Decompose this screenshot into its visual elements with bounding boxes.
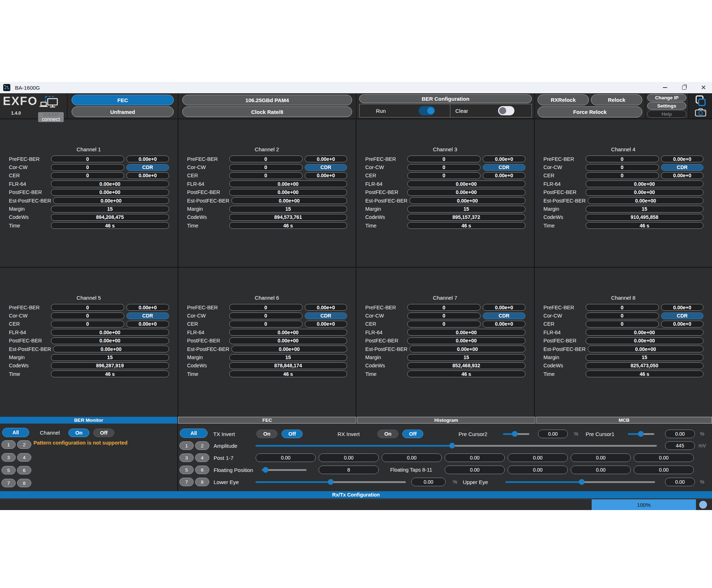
slider-knob[interactable] <box>449 443 455 448</box>
post-tap-1-field[interactable]: 0.00 <box>256 453 316 462</box>
cdr-button[interactable]: CDR <box>126 313 169 319</box>
amplitude-field[interactable]: 445 <box>665 441 695 450</box>
rx-relock-button[interactable]: RXRelock <box>538 94 589 105</box>
est-postfec-ber-label: Est-PostFEC-BER <box>187 198 229 204</box>
duplicate-screen-icon[interactable] <box>695 95 706 106</box>
upper-eye-field[interactable]: 0.00 <box>665 478 695 486</box>
pre-cursor1-field[interactable]: 0.00 <box>665 430 695 438</box>
ber-off-button[interactable]: Off <box>93 429 114 437</box>
fec-tab-header[interactable]: FEC <box>178 417 356 424</box>
post-tap-5-field[interactable]: 0.00 <box>508 453 568 462</box>
post-tap-3-field[interactable]: 0.00 <box>382 453 442 462</box>
ber-channel-1-button[interactable]: 1 <box>1 440 16 449</box>
time-label: Time <box>9 371 49 377</box>
ber-channel-5-button[interactable]: 5 <box>1 466 16 474</box>
post-tap-7-field[interactable]: 0.00 <box>634 453 694 462</box>
ber-monitor-header[interactable]: BER Monitor <box>0 417 177 424</box>
margin-field: 15 <box>586 354 704 361</box>
ber-channel-7-button[interactable]: 7 <box>1 479 16 487</box>
cdr-button[interactable]: CDR <box>661 164 704 171</box>
cor-cw-label: Cor-CW <box>187 313 227 319</box>
codews-field: 825,473,050 <box>586 362 704 369</box>
floating-position-slider[interactable] <box>262 467 307 473</box>
settings-button[interactable]: Settings <box>647 102 686 110</box>
tx-invert-off-button[interactable]: Off <box>282 430 303 438</box>
unframed-button[interactable]: Unframed <box>72 106 174 117</box>
ber-on-button[interactable]: On <box>68 429 89 437</box>
change-ip-button[interactable]: Change IP <box>647 94 686 101</box>
floating-position-field[interactable]: 8 <box>319 466 379 474</box>
codews-field: 896,287,919 <box>51 362 169 369</box>
pre-cursor2-field[interactable]: 0.00 <box>538 430 568 438</box>
histogram-tab-header[interactable]: Histogram <box>357 417 535 424</box>
cdr-button[interactable]: CDR <box>483 313 525 319</box>
relock-button[interactable]: Relock <box>591 94 642 105</box>
floating-tap-11-field[interactable]: 0.00 <box>634 466 694 474</box>
cer-rate-field: 0.00e+0 <box>661 321 704 327</box>
amplitude-slider[interactable] <box>256 443 657 448</box>
cer-count-field: 0 <box>586 172 659 179</box>
prefec-rate-field: 0.00e+0 <box>661 156 704 162</box>
minimize-button[interactable] <box>662 85 668 90</box>
upper-eye-slider[interactable] <box>506 479 655 485</box>
cdr-button[interactable]: CDR <box>305 313 347 319</box>
ber-channel-8-button[interactable]: 8 <box>17 479 31 487</box>
margin-label: Margin <box>365 206 405 212</box>
ber-channel-2-button[interactable]: 2 <box>17 440 31 449</box>
screenshot-camera-icon[interactable] <box>695 108 706 117</box>
slider-knob[interactable] <box>512 431 518 437</box>
post-tap-2-field[interactable]: 0.00 <box>319 453 379 462</box>
pre-cursor1-slider[interactable] <box>628 431 654 437</box>
ber-all-button[interactable]: All <box>2 428 29 437</box>
clock-rate-button[interactable]: Clock Rate/8 <box>182 106 352 117</box>
force-relock-button[interactable]: Force Relock <box>538 106 642 117</box>
lower-eye-slider[interactable] <box>256 479 406 485</box>
lower-eye-field[interactable]: 0.00 <box>411 478 446 486</box>
rxtx-configuration-bar[interactable]: Rx/Tx Configuration <box>0 491 712 499</box>
cdr-button[interactable]: CDR <box>126 164 169 171</box>
floating-tap-10-field[interactable]: 0.00 <box>571 466 631 474</box>
slider-knob[interactable] <box>328 479 334 485</box>
brand-section: EXFO 1.4.0 10.8.3.57 connect <box>0 93 68 119</box>
cer-label: CER <box>187 321 227 327</box>
channel-grid: Channel 1 PreFEC-BER00.00e+0 Cor-CW0CDR … <box>0 119 712 417</box>
rx-invert-on-button[interactable]: On <box>377 430 398 438</box>
rx-invert-off-button[interactable]: Off <box>402 430 423 438</box>
ber-channel-3-button[interactable]: 3 <box>1 453 16 462</box>
floating-tap-9-field[interactable]: 0.00 <box>508 466 568 474</box>
mcb-tab-header[interactable]: MCB <box>536 417 712 424</box>
baudrate-button[interactable]: 106.25GBd PAM4 <box>182 95 352 105</box>
floating-tap-8-field[interactable]: 0.00 <box>445 466 505 474</box>
ber-configuration-header[interactable]: BER Configuration <box>359 94 532 103</box>
est-postfec-ber-field: 0.00e+00 <box>231 197 347 204</box>
connect-button[interactable]: 10.8.3.57 connect <box>38 112 64 122</box>
cer-label: CER <box>365 321 405 327</box>
close-button[interactable]: ✕ <box>701 85 706 90</box>
fec-button[interactable]: FEC <box>72 95 174 105</box>
run-toggle[interactable] <box>419 106 435 115</box>
prefec-rate-field: 0.00e+0 <box>126 304 169 311</box>
cer-count-field: 0 <box>51 172 124 179</box>
cer-label: CER <box>544 173 583 178</box>
pre-cursor2-slider[interactable] <box>503 431 529 437</box>
post-tap-6-field[interactable]: 0.00 <box>571 453 631 462</box>
cor-cw-label: Cor-CW <box>544 164 583 170</box>
ber-channel-6-button[interactable]: 6 <box>17 466 31 474</box>
clear-toggle[interactable] <box>498 106 514 115</box>
restore-button[interactable] <box>681 85 687 90</box>
tx-invert-on-button[interactable]: On <box>256 430 277 438</box>
help-button[interactable]: Help <box>647 110 686 118</box>
cdr-button[interactable]: CDR <box>483 164 525 171</box>
title-bar: BA-1600G ✕ <box>0 82 712 93</box>
flr-64-label: FLR-64 <box>187 330 227 335</box>
cdr-button[interactable]: CDR <box>661 313 704 319</box>
slider-knob[interactable] <box>263 467 268 473</box>
cer-count-field: 0 <box>586 321 659 327</box>
cdr-button[interactable]: CDR <box>305 164 347 171</box>
slider-knob[interactable] <box>638 431 644 437</box>
ber-channel-4-button[interactable]: 4 <box>17 453 31 462</box>
app-window: BA-1600G ✕ EXFO 1.4.0 10.8.3.57 connect <box>0 82 712 509</box>
slider-knob[interactable] <box>579 479 585 485</box>
post-tap-4-field[interactable]: 0.00 <box>445 453 505 462</box>
slider-fill <box>506 481 582 483</box>
